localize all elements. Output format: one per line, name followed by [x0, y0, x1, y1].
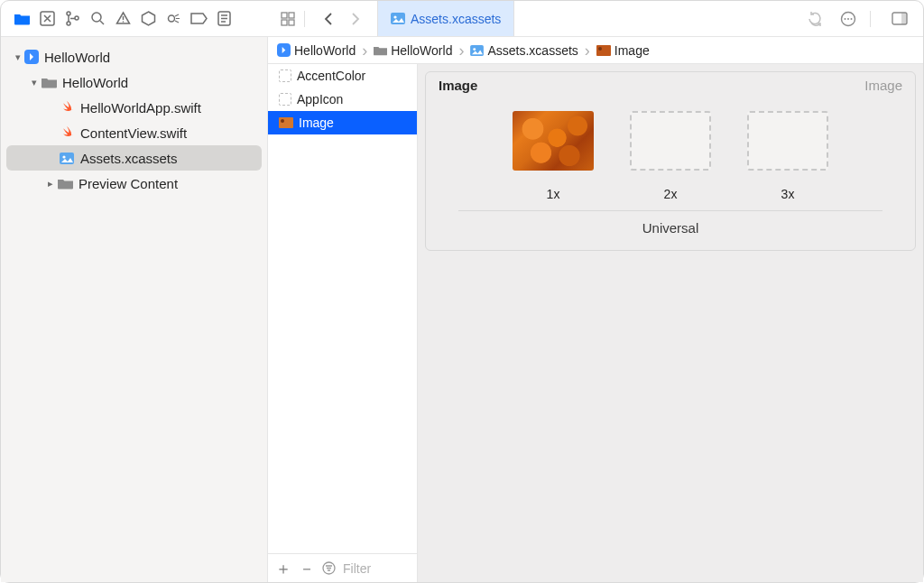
asset-name: AccentColor [297, 69, 365, 83]
symbol-navigator-icon[interactable] [64, 10, 81, 27]
file-name: Preview Content [79, 176, 178, 191]
crumb-project[interactable]: HelloWorld [277, 43, 356, 58]
slot-2x[interactable]: 2x [630, 111, 711, 201]
svg-rect-12 [391, 13, 405, 24]
slot-1x[interactable]: 1x [513, 111, 594, 201]
slot-1x-label: 1x [547, 187, 560, 201]
asset-item[interactable]: AppIcon [268, 88, 417, 111]
detail-title: Image [439, 78, 477, 93]
asset-detail: Image Image 1x 2x [418, 64, 923, 582]
svg-rect-10 [282, 20, 287, 25]
toolbar: Assets.xcassets [1, 1, 923, 37]
asset-filter-bar: ＋ － [268, 553, 417, 582]
appicon-set-icon [279, 93, 291, 106]
svg-point-4 [92, 13, 101, 22]
swift-icon [59, 125, 75, 141]
xcassets-icon [391, 13, 405, 24]
file-name: Assets.xcassets [80, 151, 178, 166]
slot-3x[interactable]: 3x [747, 111, 828, 201]
folder-name: HelloWorld [62, 75, 128, 90]
asset-outline: AccentColor AppIcon Image ＋ － [268, 64, 418, 582]
navigator-selector [1, 1, 268, 36]
svg-point-13 [393, 15, 396, 18]
crumb-label: Assets.xcassets [487, 43, 578, 58]
test-navigator-icon[interactable] [140, 10, 157, 27]
image-set-card: Image Image 1x 2x [425, 71, 916, 251]
breakpoint-navigator-icon[interactable] [190, 10, 208, 27]
toolbar-separator [870, 11, 871, 27]
crumb-label: HelloWorld [294, 43, 356, 58]
swift-icon [59, 99, 75, 116]
svg-rect-22 [471, 45, 485, 56]
xcassets-icon [470, 45, 484, 56]
issue-navigator-icon[interactable] [115, 10, 132, 27]
disclosure-triangle-icon[interactable]: ▾ [12, 51, 24, 63]
find-navigator-icon[interactable] [89, 10, 106, 27]
svg-rect-8 [282, 13, 287, 18]
file-row-selected[interactable]: Assets.xcassets [6, 145, 262, 171]
refresh-icon[interactable] [805, 8, 827, 30]
xcassets-icon [59, 150, 75, 166]
image-set-icon [279, 117, 293, 128]
add-button[interactable]: ＋ [275, 558, 291, 579]
svg-rect-11 [289, 20, 294, 25]
crumb-label: HelloWorld [391, 43, 452, 58]
svg-rect-19 [901, 13, 907, 24]
folder-icon [41, 74, 57, 90]
disclosure-triangle-icon[interactable]: ▸ [44, 178, 57, 190]
app-icon [24, 50, 39, 64]
editor-tab-assets[interactable]: Assets.xcassets [377, 1, 514, 36]
detail-type: Image [864, 78, 902, 93]
toolbar-separator [304, 11, 305, 27]
project-navigator-icon[interactable] [14, 10, 31, 27]
related-items-icon[interactable] [277, 8, 299, 30]
file-row[interactable]: HelloWorldApp.swift [6, 95, 262, 120]
editor-tabs: Assets.xcassets [268, 1, 514, 36]
crumb-folder[interactable]: HelloWorld [374, 43, 452, 58]
jump-bar[interactable]: HelloWorld › HelloWorld › Assets.xcasset… [268, 37, 923, 64]
app-icon [277, 43, 291, 57]
report-navigator-icon[interactable] [216, 10, 233, 27]
svg-point-15 [845, 18, 846, 20]
slot-1x-image-well[interactable] [513, 111, 594, 171]
filter-icon [322, 561, 336, 575]
back-button[interactable] [318, 8, 339, 30]
svg-point-2 [67, 22, 70, 25]
asset-item-selected[interactable]: Image [268, 111, 417, 134]
folder-icon [374, 45, 387, 56]
image-icon [596, 45, 611, 56]
svg-point-3 [75, 16, 79, 20]
svg-point-21 [62, 155, 65, 158]
editor-options-icon[interactable] [837, 8, 859, 30]
svg-point-1 [67, 12, 70, 15]
toggle-inspectors-icon[interactable] [889, 8, 910, 30]
crumb-xcassets[interactable]: Assets.xcassets [470, 43, 578, 58]
svg-point-16 [847, 18, 849, 20]
file-row[interactable]: ContentView.swift [6, 120, 262, 145]
crumb-image[interactable]: Image [596, 43, 650, 58]
project-name: HelloWorld [44, 50, 110, 65]
folder-row[interactable]: ▸ Preview Content [6, 171, 262, 196]
source-control-icon[interactable] [39, 10, 56, 27]
folder-row[interactable]: ▾ HelloWorld [6, 69, 262, 95]
asset-name: AppIcon [297, 92, 343, 106]
crumb-label: Image [614, 43, 650, 58]
file-name: HelloWorldApp.swift [80, 100, 201, 116]
asset-item[interactable]: AccentColor [268, 64, 417, 88]
slot-3x-image-well[interactable] [747, 111, 828, 171]
debug-navigator-icon[interactable] [165, 10, 182, 27]
disclosure-triangle-icon[interactable]: ▾ [28, 77, 41, 88]
slot-2x-image-well[interactable] [630, 111, 711, 171]
slot-3x-label: 3x [781, 187, 795, 201]
project-root[interactable]: ▾ HelloWorld [6, 44, 262, 69]
project-navigator: ▾ HelloWorld ▾ HelloWorld HelloWorldApp.… [1, 37, 268, 582]
svg-rect-9 [289, 13, 294, 18]
svg-point-6 [169, 15, 175, 22]
forward-button[interactable] [345, 8, 366, 30]
idiom-label: Universal [458, 210, 882, 250]
chevron-right-icon: › [580, 42, 595, 59]
remove-button[interactable]: － [299, 558, 315, 579]
asset-name: Image [299, 116, 334, 130]
svg-rect-20 [60, 153, 74, 164]
tab-label: Assets.xcassets [411, 12, 501, 26]
